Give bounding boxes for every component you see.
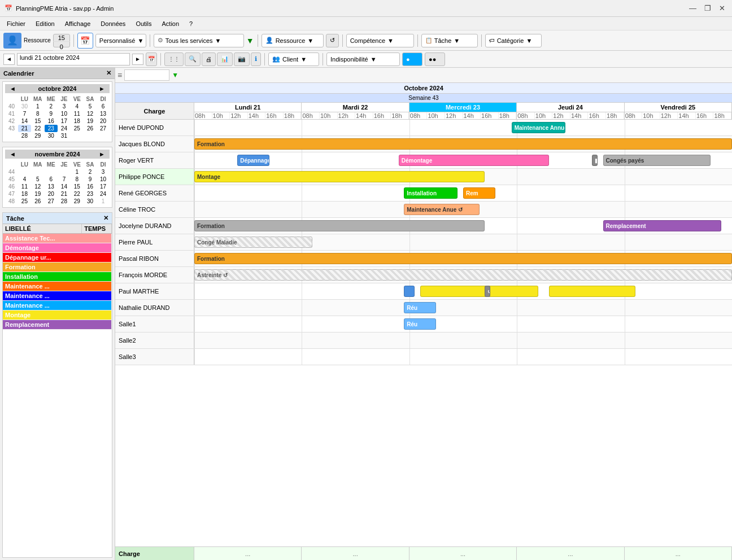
competence-btn[interactable]: Compétence ▼ xyxy=(346,34,414,47)
tache-item[interactable]: Maintenance ... xyxy=(3,291,112,301)
menu-action[interactable]: Action xyxy=(158,19,184,28)
tache-item[interactable]: Démontage xyxy=(3,243,112,253)
tache-item[interactable]: Montage xyxy=(3,310,112,320)
camera-btn[interactable]: 📷 xyxy=(234,53,250,66)
calendar-day[interactable]: 17 xyxy=(58,117,71,125)
event-block[interactable]: Maintenance Anue ↺ xyxy=(404,204,479,215)
resource-timeline[interactable]: Formation xyxy=(194,251,732,266)
tache-close-btn[interactable]: ✕ xyxy=(103,215,108,222)
resource-timeline[interactable] xyxy=(194,333,732,348)
calendar-day[interactable]: 22 xyxy=(31,125,45,132)
menu-affichage[interactable]: Affichage xyxy=(60,19,95,28)
resource-timeline[interactable]: DépannageDémontageCongés payés▮ xyxy=(194,152,732,168)
calendar-day[interactable]: 1 xyxy=(31,103,45,110)
tache-item[interactable]: Installation xyxy=(3,272,112,282)
event-block[interactable] xyxy=(404,286,415,297)
resource-timeline[interactable]: Astreinte ↺ xyxy=(194,267,732,283)
calendar-day[interactable]: 12 xyxy=(31,183,45,190)
sort-icon[interactable]: ≡ xyxy=(117,71,122,80)
resource-timeline[interactable]: InstallationRem xyxy=(194,185,732,201)
calendar-day[interactable]: 11 xyxy=(71,110,84,117)
service-dropdown[interactable]: ⚙ Tous les services ▼ xyxy=(154,34,244,47)
nav-prev-btn[interactable]: ◄ xyxy=(3,54,15,65)
calendar-day[interactable]: 27 xyxy=(97,125,110,132)
event-block[interactable]: Astreinte ↺ xyxy=(194,269,732,281)
calendar-day[interactable]: 6 xyxy=(45,176,58,183)
event-block[interactable]: Congés payés xyxy=(603,155,711,166)
calendar-day[interactable]: 30 xyxy=(84,198,97,205)
calendar-day[interactable]: 2 xyxy=(45,103,58,110)
calendar-day[interactable]: 21 xyxy=(58,190,71,198)
event-block[interactable]: Réu xyxy=(404,318,436,330)
calendar-day[interactable]: 10 xyxy=(97,176,110,183)
tache-btn[interactable]: 📋 Tâche ▼ xyxy=(421,34,478,47)
calendar-day[interactable]: 7 xyxy=(58,176,71,183)
calendar-day[interactable]: 12 xyxy=(84,110,97,117)
cal-oct-next[interactable]: ► xyxy=(97,85,107,92)
calendar-day[interactable]: 9 xyxy=(45,110,58,117)
calendar-day[interactable]: 26 xyxy=(84,125,97,132)
resource-timeline[interactable]: Maintenance Annuelle ↺ xyxy=(194,120,732,135)
menu-edition[interactable]: Edition xyxy=(31,19,59,28)
event-block[interactable]: ↺ xyxy=(485,286,490,297)
info-btn[interactable]: ℹ xyxy=(251,53,261,66)
calendar-day[interactable]: 10 xyxy=(58,110,71,117)
event-block[interactable]: Formation xyxy=(194,253,732,264)
view-dropdown[interactable]: Personnalisé ▼ xyxy=(95,34,146,47)
menu-outils[interactable]: Outils xyxy=(131,19,156,28)
calendar-day[interactable]: 4 xyxy=(18,176,31,183)
categorie-btn[interactable]: 🏷 Catégorie ▼ xyxy=(485,34,542,47)
dots-view-btn[interactable]: ⋮⋮ xyxy=(164,53,184,66)
calendar-day[interactable]: 29 xyxy=(71,198,84,205)
calendar-day[interactable]: 3 xyxy=(58,103,71,110)
filter-triangle[interactable]: ▼ xyxy=(172,71,178,79)
calendar-day[interactable]: 26 xyxy=(31,198,45,205)
resource-timeline[interactable]: Congé Maladie xyxy=(194,234,732,250)
calendar-day[interactable]: 21 xyxy=(18,125,31,132)
resource-timeline[interactable]: Réu xyxy=(194,300,732,316)
maximize-button[interactable]: ❐ xyxy=(704,4,711,12)
resource-timeline[interactable]: Montage xyxy=(194,169,732,185)
calendar-day[interactable]: 23 xyxy=(45,125,58,132)
calendar-day[interactable]: 19 xyxy=(31,190,45,198)
calendar-day[interactable]: 9 xyxy=(84,176,97,183)
export-btn[interactable]: 📊 xyxy=(217,53,233,66)
event-block[interactable]: ▮ xyxy=(592,155,598,166)
resource-filter-btn[interactable]: 👤 Ressource ▼ xyxy=(262,34,324,47)
calendar-day[interactable]: 8 xyxy=(31,110,45,117)
event-block[interactable]: Installation xyxy=(404,187,457,199)
calendar-close-btn[interactable]: ✕ xyxy=(106,69,111,77)
event-block[interactable]: Remplacement xyxy=(603,220,721,231)
calendar-day[interactable]: 19 xyxy=(84,117,97,125)
calendar-day[interactable]: 1 xyxy=(97,198,110,205)
menu-help[interactable]: ? xyxy=(185,19,197,28)
calendar-day[interactable]: 28 xyxy=(18,132,31,139)
today-btn[interactable]: 📅 xyxy=(146,53,157,66)
calendar-day[interactable]: 25 xyxy=(71,125,84,132)
tache-item[interactable]: Maintenance ... xyxy=(3,282,112,291)
cal-nov-next[interactable]: ► xyxy=(97,151,107,158)
event-block[interactable]: Formation xyxy=(194,138,732,150)
event-block[interactable]: Maintenance Annuelle ↺ xyxy=(512,122,565,133)
indisponibilite-btn[interactable]: Indisponibilité ▼ xyxy=(326,53,400,66)
calendar-day[interactable]: 23 xyxy=(84,190,97,198)
event-block[interactable]: Réu xyxy=(404,302,436,313)
calendar-day[interactable]: 20 xyxy=(45,190,58,198)
event-block[interactable]: Dépannage xyxy=(237,155,269,166)
calendar-day[interactable]: 8 xyxy=(71,176,84,183)
calendar-day[interactable]: 29 xyxy=(31,132,45,139)
calendar-day[interactable]: 17 xyxy=(97,183,110,190)
event-block[interactable] xyxy=(549,286,635,297)
calendar-day[interactable]: 18 xyxy=(71,117,84,125)
nav-next-btn[interactable]: ► xyxy=(132,54,143,65)
calendar-day[interactable]: 15 xyxy=(31,117,45,125)
resource-timeline[interactable] xyxy=(194,349,732,365)
calendar-day[interactable]: 13 xyxy=(97,110,110,117)
menu-fichier[interactable]: Fichier xyxy=(2,19,30,28)
calendar-day[interactable]: 13 xyxy=(45,183,58,190)
calendar-day[interactable]: 7 xyxy=(18,110,31,117)
event-block[interactable]: Congé Maladie xyxy=(194,237,312,248)
resource-timeline[interactable]: Maintenance Anue ↺ xyxy=(194,202,732,217)
event-block[interactable]: Rem xyxy=(463,187,495,199)
calendar-day[interactable]: 4 xyxy=(71,103,84,110)
